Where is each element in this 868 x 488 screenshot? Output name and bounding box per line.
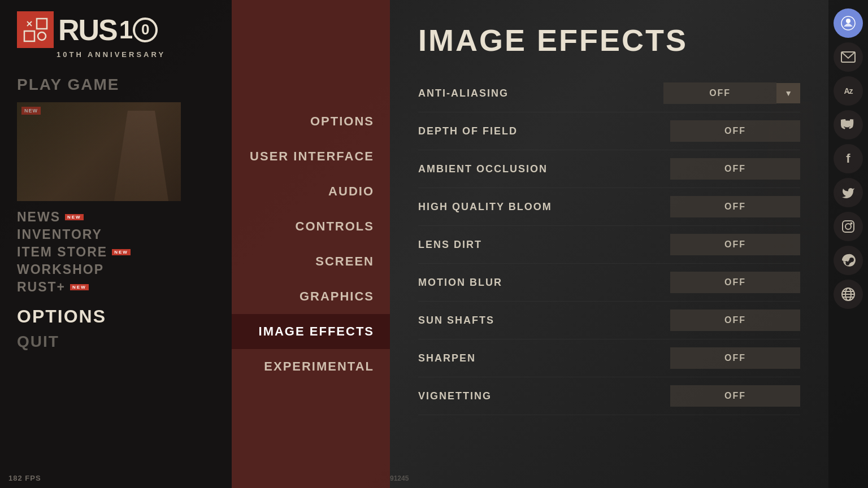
center-menu-screen[interactable]: SCREEN [232, 244, 390, 279]
menu-item-news[interactable]: NEWS NEW [17, 210, 215, 225]
right-icons-bar: Az f [828, 0, 868, 488]
svg-point-7 [846, 19, 850, 23]
steam-profile-icon[interactable] [834, 8, 863, 38]
center-menu-user-interface[interactable]: USER INTERFACE [232, 139, 390, 174]
instagram-icon[interactable] [834, 212, 863, 241]
center-menu-graphics[interactable]: GRAPHICS [232, 279, 390, 314]
twitter-icon[interactable] [834, 178, 863, 207]
thumbnail-overlay [17, 102, 181, 201]
setting-row-lens-dirt: LENS DIRT OFF [418, 226, 800, 264]
setting-label-motion-blur: MOTION BLUR [418, 277, 502, 289]
setting-label-depth-of-field: DEPTH OF FIELD [418, 125, 518, 137]
menu-item-item-store[interactable]: ITEM STORE NEW [17, 245, 215, 260]
settings-list: ANTI-ALIASING OFF ▼ DEPTH OF FIELD OFF A… [418, 75, 800, 415]
setting-control-sun-shafts: OFF [636, 310, 800, 331]
setting-value-sharpen[interactable]: OFF [670, 347, 800, 369]
setting-control-ambient-occlusion: OFF [636, 158, 800, 180]
setting-control-motion-blur: OFF [636, 272, 800, 293]
options-label[interactable]: OPTIONS [17, 306, 215, 327]
menu-item-inventory[interactable]: INVENTORY [17, 227, 215, 242]
svg-rect-1 [37, 19, 47, 29]
setting-label-ambient-occlusion: AMBIENT OCCLUSION [418, 163, 548, 175]
setting-row-vignetting: VIGNETTING OFF [418, 377, 800, 415]
center-menu-image-effects[interactable]: IMAGE EFFECTS [232, 314, 390, 349]
setting-label-sharpen: SHARPEN [418, 352, 476, 364]
itemstore-new-badge: NEW [112, 249, 131, 255]
setting-label-high-quality-bloom: HIGH QUALITY BLOOM [418, 201, 552, 213]
setting-row-anti-aliasing: ANTI-ALIASING OFF ▼ [418, 75, 800, 112]
rustplus-new-badge: NEW [70, 284, 89, 290]
section-title: IMAGE EFFECTS [418, 23, 800, 58]
setting-control-lens-dirt: OFF [636, 234, 800, 255]
fps-counter: 182 FPS [8, 474, 41, 482]
center-panel: OPTIONS USER INTERFACE AUDIO CONTROLS SC… [232, 0, 390, 488]
center-menu-items: OPTIONS USER INTERFACE AUDIO CONTROLS SC… [232, 104, 390, 384]
dropdown-arrow-anti-aliasing[interactable]: ▼ [776, 83, 800, 103]
setting-value-lens-dirt[interactable]: OFF [670, 234, 800, 255]
svg-point-10 [845, 224, 851, 229]
facebook-icon[interactable]: f [834, 144, 863, 173]
discord-icon[interactable] [834, 110, 863, 140]
setting-control-high-quality-bloom: OFF [636, 196, 800, 217]
setting-row-high-quality-bloom: HIGH QUALITY BLOOM OFF [418, 188, 800, 226]
setting-control-sharpen: OFF [636, 347, 800, 369]
menu-item-rustplus[interactable]: RUST+ NEW [17, 280, 215, 295]
logo-text-group: RUS 1 0 [58, 13, 158, 47]
right-panel: IMAGE EFFECTS ANTI-ALIASING OFF ▼ DEPTH … [390, 0, 828, 488]
center-menu-experimental[interactable]: EXPERIMENTAL [232, 349, 390, 384]
quit-label[interactable]: QUIT [17, 333, 215, 351]
setting-row-sharpen: SHARPEN OFF [418, 339, 800, 377]
setting-control-depth-of-field: OFF [636, 120, 800, 142]
steam2-icon[interactable] [834, 246, 863, 275]
build-number: 91245 [390, 474, 409, 482]
setting-row-depth-of-field: DEPTH OF FIELD OFF [418, 112, 800, 150]
left-menu-items: NEWS NEW INVENTORY ITEM STORE NEW WORKSH… [17, 210, 215, 295]
mail-icon[interactable] [834, 42, 863, 72]
setting-value-sun-shafts[interactable]: OFF [670, 310, 800, 331]
svg-point-3 [38, 32, 46, 40]
setting-value-ambient-occlusion[interactable]: OFF [670, 158, 800, 180]
center-menu-audio[interactable]: AUDIO [232, 174, 390, 209]
logo-area: RUS 1 0 10TH ANNIVERSARY [17, 11, 215, 59]
setting-row-ambient-occlusion: AMBIENT OCCLUSION OFF [418, 150, 800, 188]
setting-value-motion-blur[interactable]: OFF [670, 272, 800, 293]
game-thumbnail: NEW [17, 102, 181, 201]
logo-name: RUS [58, 13, 117, 47]
setting-control-anti-aliasing: OFF ▼ [636, 82, 800, 104]
logo-icon [17, 11, 54, 48]
setting-value-vignetting[interactable]: OFF [670, 385, 800, 407]
svg-rect-2 [24, 31, 34, 41]
logo-box: RUS 1 0 [17, 11, 158, 48]
play-game-label[interactable]: PLAY GAME [17, 76, 215, 94]
center-menu-controls[interactable]: CONTROLS [232, 209, 390, 244]
news-new-badge: NEW [65, 214, 84, 220]
setting-label-sun-shafts: SUN SHAFTS [418, 315, 494, 326]
setting-value-high-quality-bloom[interactable]: OFF [670, 196, 800, 217]
globe-icon[interactable] [834, 280, 863, 309]
center-menu-options[interactable]: OPTIONS [232, 104, 390, 139]
setting-value-depth-of-field[interactable]: OFF [670, 120, 800, 142]
setting-control-vignetting: OFF [636, 385, 800, 407]
setting-row-motion-blur: MOTION BLUR OFF [418, 264, 800, 302]
language-icon[interactable]: Az [834, 76, 863, 106]
left-sidebar: RUS 1 0 10TH ANNIVERSARY PLAY GAME NEW N… [0, 0, 232, 488]
setting-label-lens-dirt: LENS DIRT [418, 239, 482, 251]
logo-number-group: 1 0 [119, 16, 158, 44]
setting-value-anti-aliasing[interactable]: OFF [663, 82, 776, 104]
setting-label-vignetting: VIGNETTING [418, 390, 492, 402]
anniversary-text: 10TH ANNIVERSARY [57, 50, 166, 59]
svg-point-11 [851, 223, 852, 224]
logo-number: 1 [119, 16, 133, 44]
svg-rect-9 [843, 221, 854, 232]
logo-circle: 0 [133, 18, 158, 42]
menu-item-workshop[interactable]: WORKSHOP [17, 262, 215, 277]
setting-row-sun-shafts: SUN SHAFTS OFF [418, 302, 800, 339]
setting-label-anti-aliasing: ANTI-ALIASING [418, 88, 509, 99]
